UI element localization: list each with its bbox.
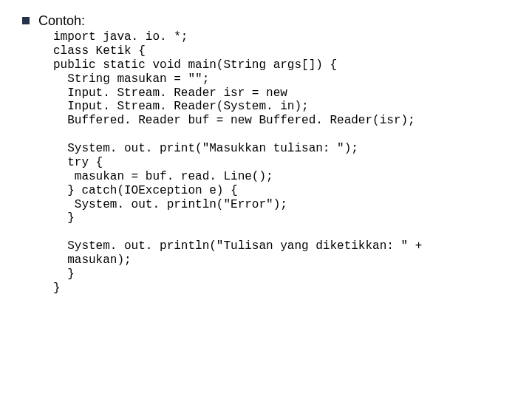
code-line: Input. Stream. Reader isr = new — [53, 86, 287, 100]
code-line: System. out. print("Masukkan tulisan: ")… — [53, 142, 358, 155]
code-line: System. out. println("Tulisan yang diket… — [53, 239, 422, 253]
code-line: masukan = buf. read. Line(); — [53, 170, 273, 183]
code-line: import java. io. *; — [53, 30, 188, 44]
slide-title: Contoh: — [38, 13, 85, 29]
code-line: } catch(IOException e) { — [53, 184, 238, 197]
code-line: try { — [53, 156, 103, 169]
code-line: } — [53, 211, 75, 225]
code-block: import java. io. *; class Ketik { public… — [53, 30, 510, 296]
bullet-icon — [22, 17, 30, 24]
slide-header: Contoh: — [22, 13, 510, 29]
code-line: } — [53, 267, 75, 281]
code-line: public static void main(String args[]) { — [53, 58, 337, 72]
code-line: Buffered. Reader buf = new Buffered. Rea… — [53, 114, 415, 127]
code-line: String masukan = ""; — [53, 72, 209, 86]
code-line: Input. Stream. Reader(System. in); — [53, 100, 309, 113]
code-line: } — [53, 282, 61, 295]
code-line: System. out. println("Error"); — [53, 198, 287, 211]
code-line: class Ketik { — [53, 44, 146, 58]
code-line: masukan); — [53, 253, 132, 267]
